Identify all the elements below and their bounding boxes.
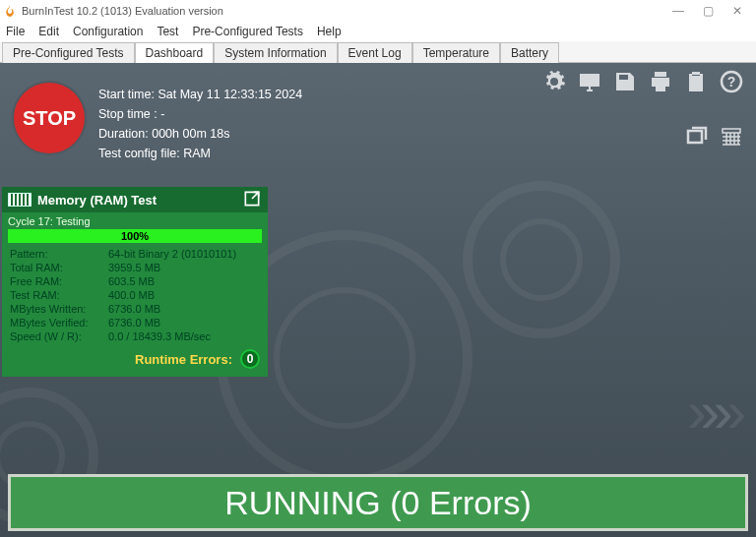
table-row: MBytes Written:6736.0 MB <box>2 302 268 316</box>
memory-test-panel: Memory (RAM) Test Cycle 17: Testing 100%… <box>2 187 268 377</box>
config-value: RAM <box>183 147 211 160</box>
close-button[interactable]: ✕ <box>723 1 752 21</box>
view-toolbar <box>681 124 746 149</box>
stop-time-label: Stop time : <box>98 107 158 121</box>
minimize-button[interactable]: ― <box>663 1 693 21</box>
window-title: BurnInTest 10.2 (1013) Evaluation versio… <box>22 5 223 17</box>
menu-configuration[interactable]: Configuration <box>73 25 143 38</box>
tab-battery[interactable]: Battery <box>500 42 559 63</box>
menubar: File Edit Configuration Test Pre-Configu… <box>0 22 756 41</box>
status-text: RUNNING (0 Errors) <box>224 484 532 522</box>
stop-label: STOP <box>23 107 76 130</box>
print-icon[interactable] <box>646 69 675 94</box>
config-label: Test config file: <box>98 147 180 160</box>
toolbar: ? <box>539 69 746 94</box>
app-icon <box>4 5 16 17</box>
menu-preconfigured[interactable]: Pre-Configured Tests <box>192 25 303 38</box>
cycle-status: Cycle 17: Testing <box>2 212 268 229</box>
tab-sysinfo[interactable]: System Information <box>214 42 337 63</box>
dashboard-pane: »»» ? STOP Start time: Sat May 11 12:33:… <box>0 63 756 537</box>
test-info: Start time: Sat May 11 12:33:15 2024 Sto… <box>98 85 302 163</box>
duration-label: Duration: <box>98 127 149 141</box>
progress-percent: 100% <box>121 230 149 242</box>
tab-dashboard[interactable]: Dashboard <box>135 42 215 63</box>
stop-time-value: - <box>160 107 164 121</box>
gear-icon[interactable] <box>539 69 569 94</box>
tabbar: Pre-Configured Tests Dashboard System In… <box>0 41 756 63</box>
table-row: Test RAM:400.0 MB <box>2 288 268 302</box>
duration-value: 000h 00m 18s <box>152 127 229 141</box>
start-time-label: Start time: <box>98 88 155 101</box>
menu-test[interactable]: Test <box>157 25 178 38</box>
help-icon[interactable]: ? <box>717 69 746 94</box>
bg-gear-icon <box>463 181 620 338</box>
save-icon[interactable] <box>610 69 640 94</box>
start-time-value: Sat May 11 12:33:15 2024 <box>158 88 302 101</box>
menu-file[interactable]: File <box>6 25 25 38</box>
table-row: Speed (W / R):0.0 / 18439.3 MB/sec <box>2 329 268 343</box>
tab-temperature[interactable]: Temperature <box>412 42 500 63</box>
popout-icon[interactable] <box>242 189 262 211</box>
ram-icon <box>8 193 32 207</box>
panel-header: Memory (RAM) Test <box>2 187 268 212</box>
table-row: MBytes Verified:6736.0 MB <box>2 316 268 329</box>
maximize-button[interactable]: ▢ <box>693 1 723 21</box>
windows-icon[interactable] <box>681 124 711 149</box>
tab-preconfigured[interactable]: Pre-Configured Tests <box>2 42 135 63</box>
status-bar: RUNNING (0 Errors) <box>8 474 748 531</box>
menu-edit[interactable]: Edit <box>38 25 59 38</box>
monitor-icon[interactable] <box>575 69 604 94</box>
progress-bar: 100% <box>8 229 262 243</box>
errors-badge: 0 <box>240 349 260 369</box>
table-row: Total RAM:3959.5 MB <box>2 261 268 274</box>
errors-label: Runtime Errors: <box>135 352 232 367</box>
runtime-errors: Runtime Errors: 0 <box>2 343 268 369</box>
grid-icon[interactable] <box>717 124 746 149</box>
panel-title: Memory (RAM) Test <box>37 193 157 208</box>
bg-chevron-icon: »»» <box>687 378 726 446</box>
svg-text:?: ? <box>727 74 736 90</box>
stop-button[interactable]: STOP <box>14 83 85 153</box>
titlebar: BurnInTest 10.2 (1013) Evaluation versio… <box>0 0 756 22</box>
table-row: Pattern:64-bit Binary 2 (01010101) <box>2 247 268 261</box>
tab-eventlog[interactable]: Event Log <box>338 42 412 63</box>
table-row: Free RAM:603.5 MB <box>2 274 268 288</box>
menu-help[interactable]: Help <box>317 25 342 38</box>
clipboard-icon[interactable] <box>681 69 711 94</box>
